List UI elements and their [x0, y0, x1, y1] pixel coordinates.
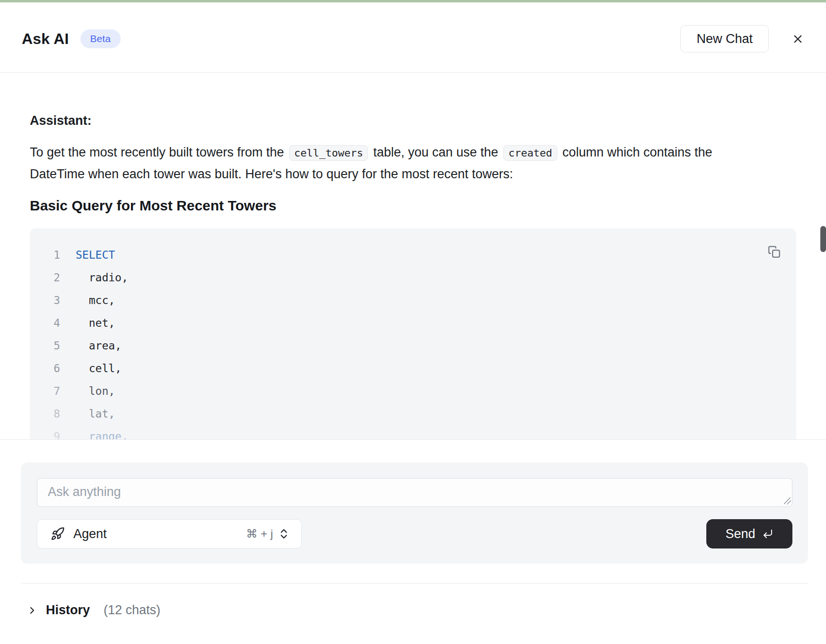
return-icon [762, 528, 773, 540]
keyboard-shortcut: ⌘ + j [246, 527, 273, 540]
history-count: (12 chats) [104, 603, 160, 618]
line-number: 6 [49, 357, 60, 380]
composer-panel: Agent ⌘ + j Send [21, 462, 808, 564]
paragraph-line: DateTime when each tower was built. Here… [30, 164, 796, 184]
code-text: range, [76, 425, 128, 440]
code-text: lon, [76, 380, 115, 402]
line-number: 3 [49, 289, 60, 312]
send-button[interactable]: Send [706, 519, 792, 548]
mode-selector-right: ⌘ + j [246, 527, 290, 540]
close-icon [791, 33, 804, 45]
inline-code: created [503, 145, 558, 161]
title-row: Ask AI Beta [22, 29, 121, 48]
copy-code-button[interactable] [768, 245, 781, 258]
line-number: 8 [49, 402, 60, 425]
send-label: Send [725, 527, 755, 541]
code-line: 6 cell, [30, 357, 796, 380]
code-text: area, [76, 334, 122, 357]
close-button[interactable] [791, 33, 804, 45]
code-text: mcc, [76, 289, 115, 312]
code-text: SELECT [76, 244, 115, 266]
history-divider [21, 583, 808, 583]
sql-code-block: 1SELECT2 radio,3 mcc,4 net,5 area,6 cell… [30, 228, 796, 440]
chat-message-area: Assistant: To get the most recently buil… [0, 73, 826, 440]
line-number: 1 [49, 244, 60, 266]
assistant-role-label: Assistant: [30, 110, 92, 131]
code-text: radio, [76, 266, 128, 289]
code-line: 9 range, [30, 425, 796, 440]
code-line: 5 area, [30, 334, 796, 357]
history-label: History [46, 603, 90, 618]
header: Ask AI Beta New Chat [0, 2, 826, 73]
chevron-right-icon [26, 605, 38, 616]
header-actions: New Chat [680, 25, 804, 52]
scrollbar-thumb[interactable] [820, 226, 826, 252]
code-text: cell, [76, 357, 122, 380]
beta-badge: Beta [80, 29, 121, 48]
mode-selector-agent[interactable]: Agent ⌘ + j [37, 519, 302, 548]
mode-label: Agent [73, 527, 107, 541]
code-line: 1SELECT [30, 244, 796, 266]
assistant-paragraph: To get the most recently built towers fr… [30, 142, 796, 184]
chevrons-up-down-icon [278, 528, 290, 540]
line-number: 5 [49, 334, 60, 357]
code-line: 4 net, [30, 312, 796, 334]
new-chat-button[interactable]: New Chat [680, 25, 769, 52]
code-text: net, [76, 312, 115, 334]
ask-ai-panel: Ask AI Beta New Chat Assistant: To get t… [0, 0, 826, 644]
code-lines: 1SELECT2 radio,3 mcc,4 net,5 area,6 cell… [30, 244, 796, 440]
line-number: 9 [49, 425, 60, 440]
paragraph-line: To get the most recently built towers fr… [30, 142, 796, 164]
line-number: 7 [49, 380, 60, 402]
line-number: 2 [49, 266, 60, 289]
code-line: 8 lat, [30, 402, 796, 425]
page-title: Ask AI [22, 30, 69, 48]
inline-code: cell_towers [289, 145, 369, 161]
copy-icon [768, 245, 781, 258]
rocket-icon [51, 527, 65, 541]
code-line: 3 mcc, [30, 289, 796, 312]
line-number: 4 [49, 312, 60, 334]
code-line: 2 radio, [30, 266, 796, 289]
history-toggle[interactable]: History (12 chats) [26, 603, 160, 618]
section-heading: Basic Query for Most Recent Towers [30, 195, 276, 216]
code-text: lat, [76, 402, 115, 425]
code-line: 7 lon, [30, 380, 796, 402]
ask-input[interactable] [37, 478, 792, 507]
